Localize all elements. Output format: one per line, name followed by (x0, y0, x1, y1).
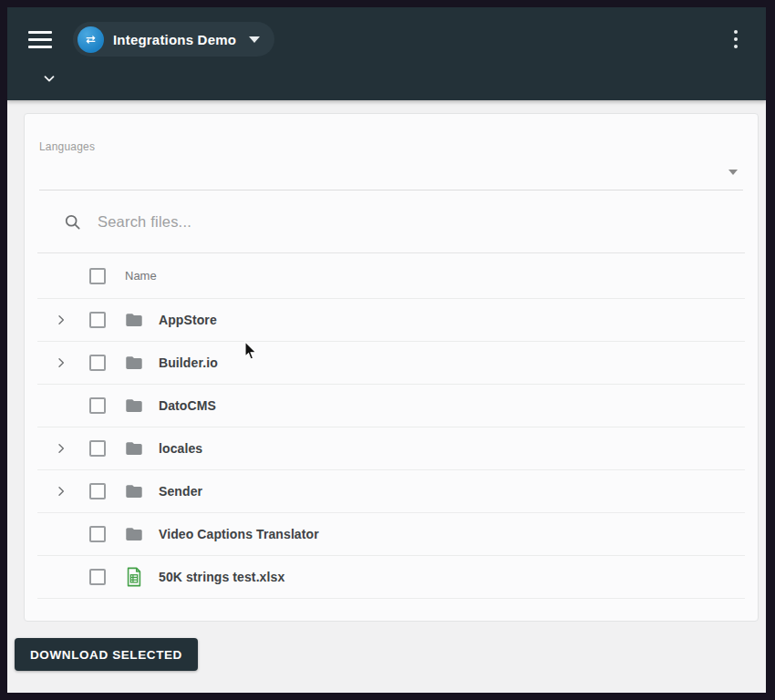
select-caret-icon (728, 170, 738, 175)
app-window: Integrations Demo Languages (7, 7, 766, 693)
row-name-label: Builder.io (159, 355, 218, 370)
chevron-down-icon[interactable] (31, 65, 67, 92)
folder-icon (124, 310, 144, 330)
table-row[interactable]: DatoCMS (37, 385, 745, 427)
table-row[interactable]: Builder.io (37, 342, 745, 385)
row-name-label: Sender (159, 484, 202, 499)
row-name-label: AppStore (159, 313, 217, 327)
row-checkbox[interactable] (89, 355, 106, 371)
row-name-label: 50K strings test.xlsx (159, 570, 284, 584)
table-row[interactable]: Sender (37, 470, 745, 513)
folder-icon (124, 396, 144, 416)
table-row[interactable]: 50K strings test.xlsx (37, 556, 745, 599)
table-header-row: Name (37, 253, 745, 299)
expand-chevron-icon[interactable] (54, 441, 68, 456)
file-browser-card: Languages Search files... Name (24, 113, 759, 622)
spreadsheet-file-icon (124, 567, 144, 587)
project-switcher[interactable]: Integrations Demo (73, 22, 274, 57)
dropdown-caret-icon (249, 36, 260, 43)
languages-select[interactable]: Languages (39, 114, 743, 190)
table-row[interactable]: AppStore (37, 299, 745, 342)
search-bar[interactable]: Search files... (37, 190, 745, 253)
row-checkbox[interactable] (89, 397, 106, 414)
table-row[interactable]: locales (37, 427, 745, 470)
main-content: Languages Search files... Name (7, 100, 766, 693)
expand-chevron-icon[interactable] (54, 313, 68, 327)
sync-arrows-logo-icon (78, 26, 104, 53)
row-name-label: DatoCMS (159, 398, 216, 413)
folder-icon (124, 524, 144, 544)
project-name: Integrations Demo (113, 32, 236, 47)
folder-icon (124, 438, 144, 458)
row-checkbox[interactable] (89, 440, 106, 457)
folder-icon (124, 353, 144, 373)
row-checkbox[interactable] (89, 483, 106, 499)
folder-icon (124, 481, 144, 501)
expand-chevron-icon[interactable] (54, 484, 68, 499)
kebab-menu-icon[interactable] (720, 22, 751, 57)
app-bar: Integrations Demo (7, 7, 766, 100)
row-name-label: locales (159, 441, 202, 456)
download-selected-button[interactable]: DOWNLOAD SELECTED (15, 638, 198, 671)
table-row[interactable]: Video Captions Translator (37, 513, 745, 556)
expand-chevron-icon[interactable] (54, 355, 68, 370)
row-checkbox[interactable] (89, 312, 106, 328)
row-checkbox[interactable] (89, 526, 106, 542)
select-all-checkbox[interactable] (89, 268, 106, 284)
file-table-body: AppStore Builder.io DatoCM (25, 299, 758, 599)
search-icon (63, 212, 82, 232)
search-input[interactable]: Search files... (98, 213, 191, 231)
name-column-header: Name (125, 269, 157, 283)
hamburger-menu-icon[interactable] (20, 21, 60, 57)
row-name-label: Video Captions Translator (159, 527, 319, 541)
row-checkbox[interactable] (89, 569, 106, 585)
languages-label: Languages (39, 140, 743, 153)
